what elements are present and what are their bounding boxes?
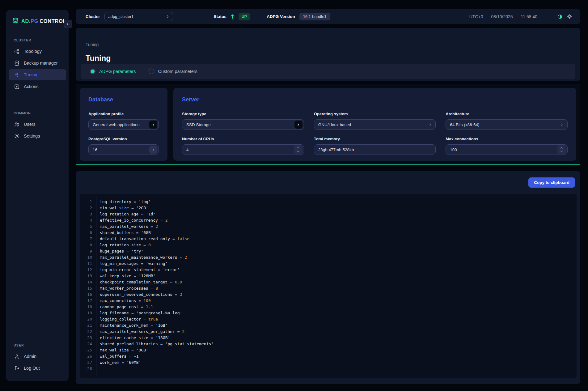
cluster-select[interactable]: adpg_cluster1 bbox=[104, 12, 173, 21]
operating-system-control[interactable]: GNU/Linux based bbox=[314, 119, 436, 130]
param-key: log_min_error_statement bbox=[100, 267, 155, 272]
sidebar-item-label: Admin bbox=[24, 354, 36, 359]
sidebar-item-backup-manager[interactable]: Backup manager bbox=[9, 57, 66, 69]
line-number: 20 bbox=[80, 316, 92, 322]
line-number: 11 bbox=[80, 261, 92, 267]
param-key: log_filename bbox=[100, 311, 129, 315]
param-value: 2 bbox=[182, 329, 184, 334]
field-label: Total memory bbox=[314, 137, 436, 141]
radio-dot[interactable] bbox=[90, 69, 95, 74]
chevron-right-icon[interactable] bbox=[149, 146, 157, 154]
status-group: Status UP bbox=[214, 13, 250, 20]
assign-operator: = bbox=[141, 261, 143, 266]
sidebar-item-actions[interactable]: Actions bbox=[9, 81, 66, 92]
time-text: 11:58:40 bbox=[521, 14, 537, 19]
param-value: 1.1 bbox=[146, 304, 153, 309]
param-key: log_rotation_size bbox=[100, 243, 141, 247]
database-card-title: Database bbox=[88, 96, 159, 103]
control-value: 100 bbox=[450, 147, 457, 152]
chevron-right-icon[interactable] bbox=[294, 121, 302, 129]
chevron-right-icon[interactable] bbox=[149, 121, 157, 129]
code-line: 23effective_cache_size='18GB' bbox=[80, 335, 577, 341]
line-number: 15 bbox=[80, 285, 92, 291]
chevron-down-icon[interactable] bbox=[296, 150, 300, 153]
server-card-title: Server bbox=[182, 96, 568, 103]
value-stepper[interactable] bbox=[557, 145, 566, 154]
config-code-block[interactable]: 1log_directory='log'2min_wal_size='2GB'3… bbox=[80, 194, 577, 378]
header-icons bbox=[557, 14, 572, 19]
sidebar-item-label: Topology bbox=[24, 49, 42, 54]
param-value: '60MB' bbox=[126, 360, 141, 365]
sidebar-collapse-button[interactable] bbox=[64, 20, 72, 28]
code-line: 19log_filename='postgresql-%a.log' bbox=[80, 310, 577, 316]
assign-operator: = bbox=[134, 199, 136, 204]
param-value: true bbox=[148, 317, 158, 321]
field-label: Application profile bbox=[88, 112, 159, 116]
architecture-control[interactable]: 64 Bits (x86-64) bbox=[446, 119, 568, 130]
sidebar-section-label: CLUSTER bbox=[14, 38, 69, 42]
code-line: 13wal_keep_size='128MB' bbox=[80, 273, 577, 279]
theme-light-icon[interactable] bbox=[567, 14, 572, 19]
sidebar-item-admin[interactable]: Admin bbox=[9, 351, 66, 362]
config-output-panel: Copy to clipboard 1log_directory='log'2m… bbox=[76, 171, 580, 384]
param-key: log_directory bbox=[100, 199, 131, 204]
radio-custom-parameters[interactable]: Custom parameters bbox=[149, 69, 197, 74]
max-connections-control[interactable]: 100 bbox=[446, 144, 568, 155]
control-value: SSD Storage bbox=[186, 122, 211, 127]
param-value: '1GB' bbox=[155, 323, 167, 328]
code-line: 16superuser_reserved_connections=3 bbox=[80, 291, 577, 298]
sidebar-item-settings[interactable]: Settings bbox=[9, 130, 66, 142]
value-stepper[interactable] bbox=[294, 145, 302, 154]
line-number: 23 bbox=[80, 335, 92, 341]
param-key: shared_buffers bbox=[100, 230, 134, 235]
parameters-radio-group: ADPG parametersCustom parameters bbox=[81, 64, 575, 79]
total-memory-control[interactable]: 23gb 477mb 528kb bbox=[314, 144, 436, 155]
control-value: 23gb 477mb 528kb bbox=[318, 147, 354, 152]
theme-contrast-icon[interactable] bbox=[557, 14, 563, 19]
param-key: max_parallel_workers bbox=[100, 224, 148, 229]
assign-operator: = bbox=[172, 236, 175, 241]
line-number: 9 bbox=[80, 248, 92, 254]
field-label: Number of CPUs bbox=[182, 137, 304, 141]
param-value: 2 bbox=[155, 224, 158, 229]
sidebar-item-users[interactable]: Users bbox=[9, 119, 66, 130]
postgresql-version-control[interactable]: 16 bbox=[88, 144, 159, 155]
code-line: 6shared_buffers='6GB' bbox=[80, 230, 577, 236]
sidebar-item-label: Log Out bbox=[24, 366, 40, 371]
code-line: 2min_wal_size='2GB' bbox=[80, 205, 577, 211]
code-line: 20logging_collector=true bbox=[80, 316, 577, 322]
gear-icon bbox=[14, 133, 20, 139]
chevron-right-icon[interactable] bbox=[426, 121, 434, 129]
server-fields: Storage typeSSD StorageOperating systemG… bbox=[182, 112, 568, 155]
line-number: 19 bbox=[80, 310, 92, 316]
sidebar-section-label: USER bbox=[14, 343, 69, 347]
chevron-up-icon[interactable] bbox=[296, 146, 300, 150]
assign-operator: = bbox=[141, 304, 143, 309]
number-of-cpus-control[interactable]: 4 bbox=[182, 144, 304, 155]
storage-type-control[interactable]: SSD Storage bbox=[182, 119, 304, 130]
sidebar-item-label: Actions bbox=[24, 84, 39, 89]
sidebar-item-label: Tuning bbox=[24, 72, 37, 77]
field-label: Operating system bbox=[314, 112, 436, 116]
chevron-down-icon[interactable] bbox=[560, 150, 564, 153]
sidebar-item-logout[interactable]: Log Out bbox=[9, 363, 66, 374]
radio-adpg-parameters[interactable]: ADPG parameters bbox=[90, 69, 136, 74]
chevron-up-icon[interactable] bbox=[560, 146, 564, 150]
chevron-right-icon[interactable] bbox=[558, 121, 566, 129]
control-value: 4 bbox=[186, 147, 189, 152]
radio-dot[interactable] bbox=[149, 69, 154, 74]
app-logo-text: AD.PGCONTROL bbox=[21, 18, 66, 24]
application-profile-control[interactable]: General web applications bbox=[88, 119, 159, 130]
sidebar-item-tuning[interactable]: Tuning bbox=[9, 69, 66, 80]
param-value: 'warning' bbox=[146, 261, 167, 266]
user-icon bbox=[14, 353, 20, 359]
code-line: 26wal_buffers=-1 bbox=[80, 353, 577, 359]
line-number: 26 bbox=[80, 353, 92, 359]
radio-label: ADPG parameters bbox=[99, 69, 136, 74]
cluster-label: Cluster bbox=[86, 14, 100, 19]
param-key: effective_cache_size bbox=[100, 335, 148, 340]
users-icon bbox=[14, 121, 20, 127]
code-line: 11log_min_messages='warning' bbox=[80, 261, 577, 267]
sidebar-item-topology[interactable]: Topology bbox=[9, 46, 66, 57]
copy-to-clipboard-button[interactable]: Copy to clipboard bbox=[528, 177, 575, 188]
